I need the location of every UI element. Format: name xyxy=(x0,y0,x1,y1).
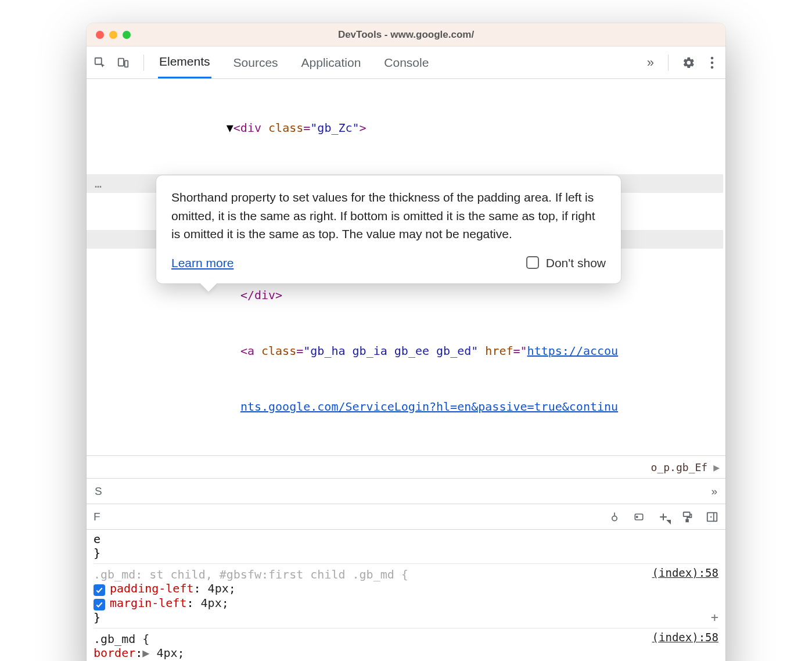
device-icon[interactable] xyxy=(117,56,130,69)
dom-row[interactable]: nts.google.com/ServiceLogin?hl=en&passiv… xyxy=(87,397,723,416)
css-property[interactable]: border xyxy=(94,646,135,660)
add-rule-icon[interactable] xyxy=(657,511,670,523)
dom-attr: href xyxy=(485,344,513,358)
dom-attr: class xyxy=(261,344,296,358)
rule-selector[interactable]: .gb_md { xyxy=(94,632,718,646)
expand-caret-icon[interactable]: ▼ xyxy=(227,121,233,135)
toolbar-divider xyxy=(668,55,669,71)
minimize-icon[interactable] xyxy=(109,31,117,39)
tab-console[interactable]: Console xyxy=(383,46,430,78)
styles-toolbar: F xyxy=(87,504,725,530)
style-brace: } xyxy=(94,610,718,624)
svg-rect-1 xyxy=(118,58,124,66)
window-title: DevTools - www.google.com/ xyxy=(87,29,725,41)
truncated-tab[interactable]: S xyxy=(95,485,106,498)
prop-checkbox[interactable] xyxy=(94,584,105,596)
maximize-icon[interactable] xyxy=(123,31,131,39)
learn-more-link[interactable]: Learn more xyxy=(171,254,233,272)
css-property[interactable]: margin-left xyxy=(110,596,186,610)
close-icon[interactable] xyxy=(96,31,104,39)
dom-tag: > xyxy=(360,121,367,135)
css-property[interactable]: padding-left xyxy=(110,581,194,595)
style-rule[interactable]: e } xyxy=(94,532,718,560)
overflow-icon[interactable]: » xyxy=(647,55,654,70)
sidebar-toggle-icon[interactable] xyxy=(706,511,718,523)
svg-rect-9 xyxy=(684,512,690,516)
dom-href[interactable]: nts.google.com/ServiceLogin?hl=en&passiv… xyxy=(240,400,618,414)
checkbox-icon[interactable] xyxy=(526,256,539,269)
svg-point-5 xyxy=(711,66,714,69)
gear-icon[interactable] xyxy=(682,56,695,69)
rule-source[interactable]: (index):58 xyxy=(652,566,718,579)
add-prop-icon[interactable]: + xyxy=(711,610,718,624)
tooltip-body: Shorthand property to set values for the… xyxy=(171,188,606,243)
toolbar-right: » xyxy=(647,55,718,71)
tab-strip: Elements Sources Application Console xyxy=(158,46,430,78)
row-actions-icon[interactable]: … xyxy=(89,174,107,193)
dom-row[interactable]: <a class="gb_ha gb_ia gb_ee gb_ed" href=… xyxy=(87,342,723,360)
css-value[interactable]: 4px; xyxy=(156,646,184,660)
titlebar: DevTools - www.google.com/ xyxy=(87,23,725,46)
dom-tag: <a xyxy=(240,344,261,358)
rule-selector[interactable]: .gb_md: st child, #gbsfw:first child .gb… xyxy=(94,567,408,581)
dom-attr: class xyxy=(268,121,303,135)
paint-icon[interactable] xyxy=(681,511,694,523)
dont-show-toggle[interactable]: Don't show xyxy=(526,254,606,272)
styles-panel[interactable]: e } (index):58 .gb_md: st child, #gbsfw:… xyxy=(87,530,725,661)
style-line: e xyxy=(94,532,718,546)
svg-point-4 xyxy=(711,61,714,64)
dom-tag: </div> xyxy=(240,288,282,302)
tab-sources[interactable]: Sources xyxy=(232,46,279,78)
overflow-icon[interactable]: » xyxy=(711,485,717,498)
breadcrumb[interactable]: o_p.gb_Ef ▶ xyxy=(87,455,725,479)
expand-caret-icon[interactable]: ▶ xyxy=(142,646,149,660)
property-tooltip: Shorthand property to set values for the… xyxy=(156,175,621,283)
dom-href[interactable]: https://accou xyxy=(527,344,619,358)
style-rule[interactable]: (index):58 .gb_md: st child, #gbsfw:firs… xyxy=(94,563,718,624)
dom-row[interactable]: </div> xyxy=(87,286,723,304)
tab-application[interactable]: Application xyxy=(300,46,362,78)
dom-value: "gb_Zc" xyxy=(310,121,359,135)
dom-tag: <div xyxy=(233,121,268,135)
devtools-window: DevTools - www.google.com/ Elements Sour… xyxy=(87,23,725,661)
css-value[interactable]: 4px; xyxy=(208,581,236,595)
class-icon[interactable] xyxy=(633,511,645,523)
rule-source[interactable]: (index):58 xyxy=(652,631,718,644)
hover-icon[interactable] xyxy=(608,511,621,523)
style-rule[interactable]: (index):58 .gb_md { border:▶ 4px; } xyxy=(94,628,718,661)
dont-show-label: Don't show xyxy=(546,254,606,272)
inspect-icon[interactable] xyxy=(94,56,106,69)
svg-point-6 xyxy=(612,516,617,520)
svg-rect-11 xyxy=(707,512,717,521)
toolbar-divider xyxy=(143,55,144,71)
svg-point-8 xyxy=(637,516,638,517)
filter-input[interactable]: F xyxy=(94,511,105,523)
kebab-icon[interactable] xyxy=(706,56,718,69)
css-value[interactable]: 4px; xyxy=(201,596,229,610)
svg-rect-2 xyxy=(125,60,128,67)
dom-value: "gb_ha gb_ia gb_ee gb_ed" xyxy=(303,344,478,358)
traffic-lights xyxy=(96,31,131,39)
prop-checkbox[interactable] xyxy=(94,599,105,610)
style-brace: } xyxy=(94,546,718,560)
svg-point-3 xyxy=(711,56,714,59)
styles-tabbar: S » xyxy=(87,479,725,504)
breadcrumb-item[interactable]: o_p.gb_Ef xyxy=(651,461,708,473)
main-toolbar: Elements Sources Application Console » xyxy=(87,46,725,79)
dom-row[interactable]: ▼<div class="gb_Zc"> xyxy=(87,118,723,137)
tab-elements[interactable]: Elements xyxy=(158,46,211,78)
svg-rect-10 xyxy=(686,519,688,522)
chevron-right-icon[interactable]: ▶ xyxy=(713,461,720,473)
